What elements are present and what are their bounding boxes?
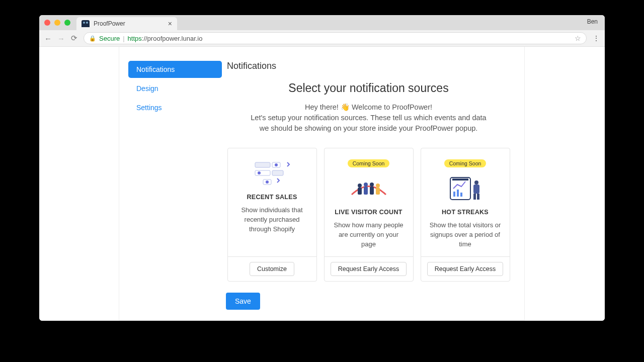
svg-rect-3 <box>255 170 270 175</box>
card-live-visitor-count: Coming Soon <box>324 148 414 282</box>
tab-bar: ProofPower × Ben <box>39 15 605 30</box>
sidebar-item-label: Notifications <box>136 65 175 73</box>
svg-rect-22 <box>473 185 479 194</box>
address-bar: ← → ⟳ 🔒 Secure | https://proofpower.luna… <box>39 30 605 47</box>
svg-point-10 <box>364 183 368 187</box>
sidebar-item-design[interactable]: Design <box>128 80 222 97</box>
back-icon[interactable]: ← <box>44 34 51 43</box>
card-description: Show the total visitors or signups over … <box>428 221 503 249</box>
svg-point-2 <box>275 163 278 166</box>
svg-rect-0 <box>255 162 270 167</box>
card-row: RECENT SALES Show individuals that recen… <box>227 148 510 282</box>
card-title: HOT STREAKS <box>442 209 489 216</box>
svg-point-8 <box>358 184 362 188</box>
tab-close-icon[interactable]: × <box>168 20 172 28</box>
separator: | <box>123 35 124 42</box>
secure-label: Secure <box>99 35 120 42</box>
sidebar-item-notifications[interactable]: Notifications <box>128 61 222 78</box>
coming-soon-badge: Coming Soon <box>348 159 390 167</box>
profile-label[interactable]: Ben <box>587 18 598 25</box>
forward-icon: → <box>57 34 64 43</box>
svg-rect-17 <box>452 178 468 180</box>
browser-tab[interactable]: ProofPower × <box>76 17 177 30</box>
svg-rect-9 <box>358 188 362 195</box>
page-heading: Notifications <box>227 61 510 71</box>
sidebar-item-settings[interactable]: Settings <box>128 99 222 116</box>
url-text: https://proofpower.lunar.io <box>128 35 203 42</box>
sidebar-item-label: Settings <box>136 104 162 112</box>
save-button[interactable]: Save <box>226 293 260 310</box>
traffic-lights <box>44 20 70 26</box>
recent-sales-illustration-icon <box>252 159 292 188</box>
sidebar-item-label: Design <box>136 84 158 93</box>
hot-streaks-illustration-icon <box>445 174 486 203</box>
request-access-button[interactable]: Request Early Access <box>331 262 407 276</box>
browser-window: ProofPower × Ben ← → ⟳ 🔒 Secure | https:… <box>39 15 605 321</box>
svg-point-7 <box>266 180 269 184</box>
kebab-menu-icon[interactable]: ⋮ <box>593 34 600 42</box>
card-description: Show how many people are currently on yo… <box>332 221 406 249</box>
card-recent-sales: RECENT SALES Show individuals that recen… <box>227 148 317 282</box>
card-description: Show individuals that recently purchased… <box>235 206 309 234</box>
coming-soon-badge: Coming Soon <box>444 159 487 167</box>
svg-rect-5 <box>272 170 283 175</box>
card-title: RECENT SALES <box>247 194 297 201</box>
svg-rect-24 <box>477 194 479 200</box>
svg-rect-11 <box>364 187 368 195</box>
main-content: Notifications Select your notification s… <box>222 61 515 282</box>
svg-rect-13 <box>370 187 374 195</box>
svg-point-12 <box>370 183 374 187</box>
window-close-icon[interactable] <box>44 20 50 26</box>
bookmark-star-icon[interactable]: ☆ <box>575 34 581 42</box>
window-minimize-icon[interactable] <box>54 20 60 26</box>
svg-rect-19 <box>457 190 459 197</box>
lock-icon: 🔒 <box>89 35 96 42</box>
svg-rect-15 <box>376 188 380 195</box>
sidebar: Notifications Design Settings <box>128 61 222 282</box>
customize-button[interactable]: Customize <box>250 262 294 276</box>
viewport: Notifications Design Settings Notificati… <box>39 47 605 321</box>
svg-point-4 <box>258 171 261 174</box>
reload-icon[interactable]: ⟳ <box>70 34 77 43</box>
hero-title: Select your notification sources <box>227 81 510 95</box>
card-title: LIVE VISITOR COUNT <box>335 209 402 216</box>
request-access-button[interactable]: Request Early Access <box>427 262 504 276</box>
hero-subtitle: Hey there! 👋 Welcome to ProofPower!Let's… <box>248 102 490 134</box>
live-visitors-illustration-icon <box>349 174 389 203</box>
card-hot-streaks: Coming Soon <box>421 148 510 282</box>
svg-point-21 <box>474 180 478 185</box>
tab-title: ProofPower <box>94 20 125 27</box>
window-zoom-icon[interactable] <box>64 20 70 26</box>
svg-rect-20 <box>460 193 462 197</box>
url-input[interactable]: 🔒 Secure | https://proofpower.lunar.io ☆ <box>84 32 587 44</box>
svg-point-14 <box>376 184 380 188</box>
app-panel: Notifications Design Settings Notificati… <box>119 47 525 320</box>
svg-rect-18 <box>453 192 455 197</box>
svg-rect-23 <box>473 194 476 200</box>
favicon-icon <box>82 20 90 27</box>
